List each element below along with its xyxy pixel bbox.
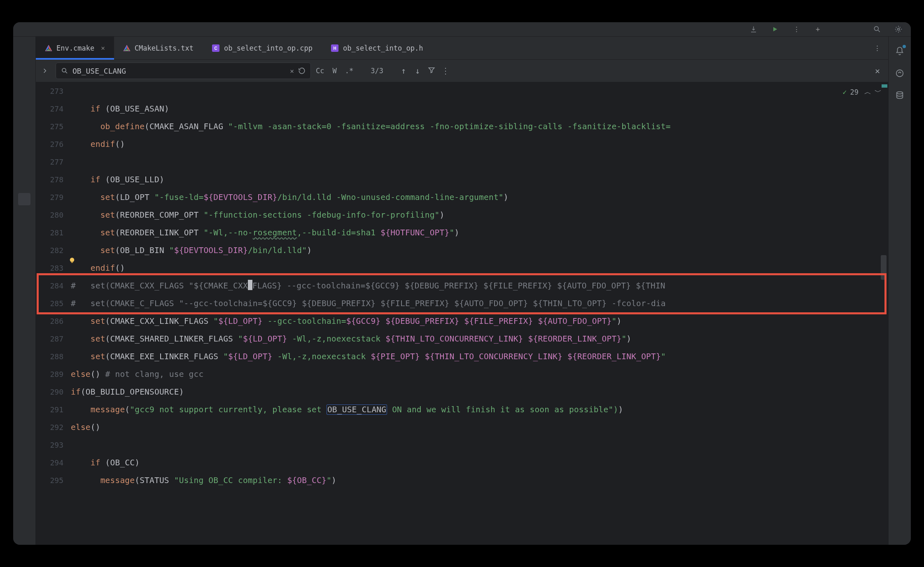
- line-number: 286: [36, 312, 71, 330]
- download-icon[interactable]: [749, 25, 758, 33]
- regex-button[interactable]: .*: [342, 65, 357, 77]
- line-number: 278: [36, 171, 71, 188]
- chevron-down-icon[interactable]: ﹀: [875, 87, 882, 97]
- find-bar: ✕ Cc W .* 3/3 ↑ ↓ ⋮ ✕: [36, 60, 888, 82]
- line-number: 284: [36, 277, 71, 295]
- line-number: 287: [36, 330, 71, 348]
- notifications-icon[interactable]: [894, 46, 905, 56]
- next-match-icon[interactable]: ↓: [411, 66, 424, 76]
- search-icon: [61, 67, 68, 74]
- cpp-file-icon: C: [212, 44, 220, 52]
- left-tool-strip: [13, 37, 36, 545]
- search-match-highlight: OB_USE_CLANG: [327, 404, 387, 415]
- code-editor[interactable]: ✓ 29 ︿ ﹀ 273 274 if (OB_USE_ASAN) 275 ob…: [36, 82, 888, 545]
- database-icon[interactable]: [894, 90, 905, 101]
- header-file-icon: H: [331, 44, 339, 52]
- line-number: 294: [36, 454, 71, 472]
- change-marker-top: [882, 84, 887, 88]
- line-number: 283: [36, 259, 71, 277]
- close-find-icon[interactable]: ✕: [875, 66, 880, 76]
- more-vert-icon[interactable]: ⋮: [792, 25, 800, 33]
- search-field-wrap: ✕: [56, 63, 311, 79]
- right-tool-strip: [888, 37, 911, 545]
- line-number: 273: [36, 82, 71, 100]
- text-cursor: [248, 280, 252, 290]
- line-number: 289: [36, 365, 71, 383]
- line-number: 274: [36, 100, 71, 118]
- ai-assist-icon[interactable]: [894, 68, 905, 79]
- svg-text:C: C: [214, 46, 217, 50]
- line-number: 292: [36, 418, 71, 436]
- filter-icon[interactable]: [425, 66, 438, 76]
- history-icon[interactable]: [298, 67, 306, 74]
- line-number: 285: [36, 295, 71, 312]
- match-case-button[interactable]: Cc: [313, 65, 327, 77]
- editor-area: Env.cmake ✕ CMakeLists.txt C ob_select_i…: [36, 37, 888, 545]
- match-count-label: 3/3: [371, 67, 383, 75]
- settings-gear-icon[interactable]: [894, 25, 903, 33]
- inspections-widget[interactable]: ✓ 29 ︿ ﹀: [842, 87, 882, 97]
- line-number: 281: [36, 224, 71, 242]
- tool-window-stub[interactable]: [18, 193, 30, 205]
- line-number: 279: [36, 188, 71, 206]
- clear-search-icon[interactable]: ✕: [290, 67, 294, 75]
- svg-point-1: [898, 28, 900, 30]
- svg-text:H: H: [333, 46, 336, 50]
- tab-label: ob_select_into_op.h: [343, 44, 423, 52]
- ide-window: ⋮ + Env.cmake ✕ CMakeLists.txt: [13, 22, 911, 545]
- add-icon[interactable]: +: [814, 25, 822, 33]
- search-everywhere-icon[interactable]: [873, 25, 881, 33]
- line-number: 293: [36, 436, 71, 454]
- expand-replace-icon[interactable]: [36, 68, 54, 74]
- vertical-scrollbar[interactable]: [881, 255, 887, 280]
- tab-label: ob_select_into_op.cpp: [224, 44, 313, 52]
- line-number: 290: [36, 383, 71, 401]
- svg-point-14: [62, 68, 66, 72]
- svg-point-17: [896, 70, 903, 77]
- tab-h[interactable]: H ob_select_into_op.h: [322, 37, 432, 59]
- check-icon: ✓: [842, 88, 847, 96]
- run-icon[interactable]: [771, 25, 779, 33]
- editor-tabs: Env.cmake ✕ CMakeLists.txt C ob_select_i…: [36, 37, 888, 60]
- prev-match-icon[interactable]: ↑: [397, 66, 410, 76]
- more-options-icon[interactable]: ⋮: [439, 66, 452, 76]
- tab-env-cmake[interactable]: Env.cmake ✕: [36, 37, 114, 59]
- problem-count: 29: [850, 88, 859, 96]
- tab-label: CMakeLists.txt: [135, 44, 194, 52]
- tab-cmakelists[interactable]: CMakeLists.txt: [114, 37, 203, 59]
- line-number: 291: [36, 401, 71, 418]
- tab-label: Env.cmake: [56, 44, 94, 52]
- top-toolbar: ⋮ +: [13, 22, 911, 37]
- close-icon[interactable]: ✕: [101, 44, 105, 52]
- svg-point-18: [897, 92, 903, 94]
- whole-word-button[interactable]: W: [329, 65, 340, 77]
- tabs-more-icon[interactable]: ⋮: [866, 37, 888, 59]
- line-number: 282: [36, 242, 71, 259]
- svg-point-0: [874, 26, 878, 30]
- line-number: 295: [36, 472, 71, 489]
- tab-cpp[interactable]: C ob_select_into_op.cpp: [203, 37, 322, 59]
- line-number: 276: [36, 135, 71, 153]
- line-number: 280: [36, 206, 71, 224]
- line-number: 277: [36, 153, 71, 171]
- cmake-file-icon: [45, 44, 52, 52]
- chevron-up-icon[interactable]: ︿: [864, 87, 871, 97]
- line-number: 275: [36, 118, 71, 135]
- search-input[interactable]: [72, 67, 286, 75]
- line-number: 288: [36, 348, 71, 365]
- cmake-file-icon: [123, 44, 131, 52]
